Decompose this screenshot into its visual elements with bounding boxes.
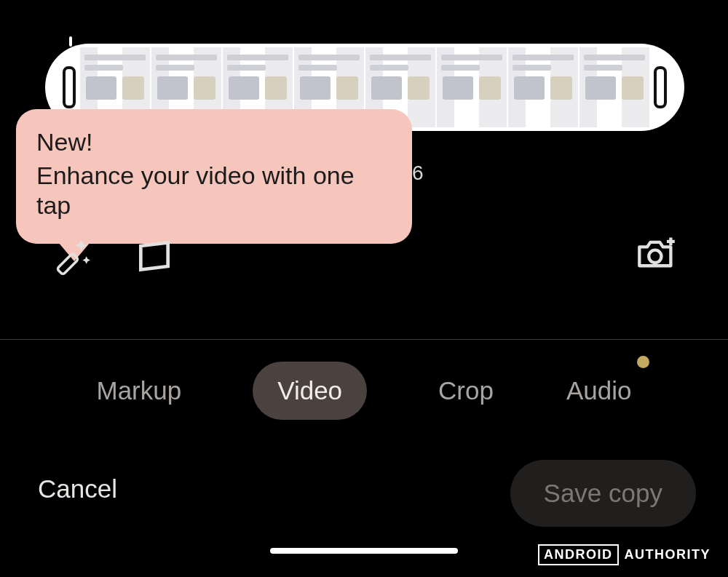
camera-plus-button[interactable]	[636, 233, 677, 274]
timeline-playhead[interactable]	[69, 36, 72, 47]
timeline-frame	[437, 47, 507, 127]
tool-row	[0, 231, 728, 285]
svg-point-1	[649, 250, 661, 263]
tab-audio-label: Audio	[566, 376, 632, 405]
audio-indicator-dot	[637, 356, 649, 368]
overlay-fragment-text: 6	[412, 162, 424, 185]
export-frame-icon	[134, 236, 175, 276]
tooltip-body: Enhance your video with one tap	[36, 161, 387, 220]
svg-rect-0	[57, 253, 79, 275]
enhance-button[interactable]	[52, 234, 93, 275]
tooltip-title: New!	[36, 128, 387, 156]
trim-start-handle[interactable]	[63, 66, 76, 108]
tab-markup[interactable]: Markup	[95, 376, 183, 405]
camera-plus-icon	[636, 233, 677, 274]
enhance-wand-icon	[52, 234, 93, 275]
editor-tabs: Markup Video Crop Audio	[0, 359, 728, 422]
gesture-nav-pill[interactable]	[270, 548, 458, 554]
feature-tooltip[interactable]: New! Enhance your video with one tap	[16, 109, 412, 244]
section-divider	[0, 339, 728, 340]
timeline-frame	[579, 47, 649, 127]
watermark-boxed: ANDROID	[538, 544, 619, 565]
timeline-frame	[508, 47, 578, 127]
export-frame-button[interactable]	[134, 236, 175, 276]
trim-end-handle[interactable]	[654, 66, 667, 108]
tab-audio[interactable]: Audio	[565, 376, 633, 405]
tab-crop[interactable]: Crop	[437, 376, 495, 405]
cancel-button[interactable]: Cancel	[38, 474, 117, 504]
save-copy-button[interactable]: Save copy	[510, 460, 696, 527]
watermark: ANDROID AUTHORITY	[538, 544, 711, 565]
bottom-action-bar: Cancel Save copy	[0, 458, 728, 531]
tab-video[interactable]: Video	[253, 362, 367, 420]
watermark-plain: AUTHORITY	[625, 547, 711, 562]
